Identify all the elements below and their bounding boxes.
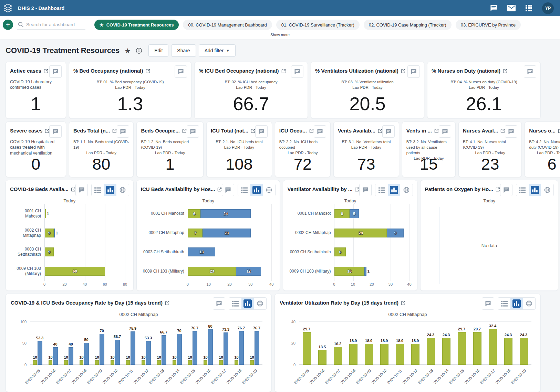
card-value: 23 (459, 156, 521, 172)
open-in-app-icon[interactable] (71, 187, 75, 192)
bar-label: 18.9 (350, 339, 357, 343)
bar-group: 1075.9 (123, 322, 138, 365)
card-value: 66.7 (195, 94, 308, 113)
map-view-button[interactable] (263, 184, 275, 196)
open-in-app-icon[interactable] (355, 187, 359, 192)
info-button[interactable] (136, 47, 142, 54)
bar-label: 70 (100, 329, 104, 333)
map-view-button[interactable] (523, 298, 535, 309)
comment-button[interactable] (291, 65, 303, 78)
edit-button[interactable]: Edit (148, 44, 168, 57)
open-in-app-icon[interactable] (434, 129, 439, 133)
comment-button[interactable] (75, 184, 88, 196)
chart-view-button[interactable] (510, 298, 523, 309)
dashboard-chip[interactable]: 01. COVID-19 Surveillance (Tracker) (276, 20, 360, 30)
share-button[interactable]: Share (171, 44, 196, 57)
star-dashboard-button[interactable]: ★ (124, 47, 131, 54)
bar-label: 23 (203, 231, 250, 235)
card-title: COVID-19 & ICU Beds Occupancy Rate by Da… (11, 297, 169, 306)
axis-tick: 20 (62, 282, 66, 286)
open-in-app-icon[interactable] (378, 129, 382, 133)
axis-tick: 60 (103, 282, 107, 286)
category-label: 0003 CH Setthathirath (287, 243, 334, 262)
open-in-app-icon[interactable] (165, 301, 169, 305)
chart-view-button[interactable] (250, 184, 263, 196)
open-in-app-icon[interactable] (503, 69, 507, 73)
dashboard-chip[interactable]: ★COVID-19 Treatment Resources (94, 20, 179, 30)
bar (157, 360, 161, 365)
comment-button[interactable] (314, 125, 326, 138)
map-view-button[interactable] (400, 184, 413, 196)
category-label: 0002 CH Mittaphap (10, 223, 44, 243)
table-view-button[interactable] (238, 184, 250, 196)
axis-tick: 2020-10-17 (479, 368, 496, 385)
dashboard-chip[interactable]: 00. COVID-19 Management Dashboard (183, 20, 272, 30)
comment-button[interactable] (505, 125, 517, 138)
comment-button[interactable] (524, 65, 536, 78)
open-in-app-icon[interactable] (182, 129, 187, 133)
add-filter-button[interactable]: Add filter ▼ (199, 44, 236, 57)
apps-menu-icon[interactable] (525, 4, 532, 12)
map-view-button[interactable] (116, 184, 129, 196)
bar (255, 331, 259, 365)
table-view-button[interactable] (498, 298, 510, 309)
open-in-app-icon[interactable] (45, 129, 49, 133)
dashboard-chip[interactable]: 02. COVID-19 Case Mapping (Tracker) (364, 20, 452, 30)
chart-view-button[interactable] (104, 184, 116, 196)
table-view-button[interactable] (516, 184, 529, 196)
chart-view-button[interactable] (388, 184, 400, 196)
avatar[interactable]: YP (542, 2, 554, 14)
bar-label: 1 (47, 212, 49, 216)
dashboard-chip[interactable]: 03. EPICURVE by Province (456, 20, 521, 30)
open-in-app-icon[interactable] (112, 129, 117, 133)
bar (162, 335, 166, 364)
chart-card: COVID-19 Beds Availa...Today0001 CH Maho… (6, 180, 134, 291)
open-in-app-icon[interactable] (44, 69, 48, 73)
open-in-app-icon[interactable] (146, 69, 150, 73)
card-value: 0 (6, 156, 66, 172)
open-in-app-icon[interactable] (558, 129, 560, 133)
comment-button[interactable] (500, 184, 512, 196)
open-in-app-icon[interactable] (500, 129, 505, 133)
chart-view-button[interactable] (529, 184, 541, 196)
open-in-app-icon[interactable] (401, 69, 405, 73)
card-value: 1 (137, 156, 203, 172)
bar-group: 1040 (61, 322, 76, 365)
open-in-app-icon[interactable] (251, 129, 255, 133)
chart-view-button[interactable] (241, 298, 254, 309)
new-dashboard-button[interactable]: + (3, 20, 13, 30)
table-view-button[interactable] (229, 298, 241, 309)
stat-card: % Ventilators Utilization (national)BT: … (311, 62, 424, 119)
comment-button[interactable] (482, 297, 494, 310)
table-view-button[interactable] (92, 184, 104, 196)
comment-button[interactable] (407, 65, 420, 78)
open-in-app-icon[interactable] (496, 187, 500, 192)
messages-icon[interactable] (490, 4, 498, 12)
map-view-button[interactable] (254, 298, 266, 309)
open-in-app-icon[interactable] (281, 69, 286, 73)
open-in-app-icon[interactable] (217, 187, 222, 192)
map-view-button[interactable] (541, 184, 553, 196)
table-view-button[interactable] (375, 184, 388, 196)
comment-button[interactable] (117, 125, 129, 138)
comment-button[interactable] (359, 184, 372, 196)
comment-button[interactable] (222, 184, 234, 196)
page-title: COVID-19 Treatment Resources (6, 46, 120, 55)
open-in-app-icon[interactable] (401, 301, 405, 305)
comment-button[interactable] (382, 125, 395, 138)
comment-button[interactable] (175, 65, 187, 78)
comment-button[interactable] (49, 65, 62, 78)
comment-button[interactable] (255, 125, 268, 138)
view-switcher (229, 297, 267, 310)
bar (365, 344, 373, 364)
dhis2-logo-icon[interactable] (0, 0, 16, 16)
comment-button[interactable] (439, 125, 451, 138)
comment-button[interactable] (49, 125, 62, 138)
dashboard-search-input[interactable] (26, 22, 85, 27)
card-value: 80 (69, 156, 133, 172)
open-in-app-icon[interactable] (309, 129, 314, 133)
comment-button[interactable] (187, 125, 199, 138)
mail-icon[interactable] (507, 5, 516, 11)
comment-button[interactable] (213, 297, 225, 310)
show-more-button[interactable]: Show more (3, 30, 557, 39)
